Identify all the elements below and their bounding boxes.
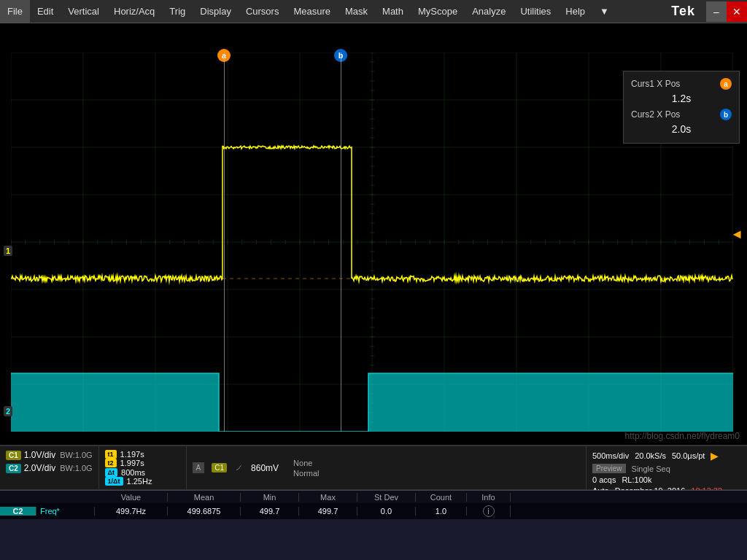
meas-info: i <box>467 505 511 517</box>
trigger-voltage: 860mV <box>251 463 279 473</box>
ch2-volts: 2.0V/div <box>24 463 55 473</box>
t2-value: 1.997s <box>120 459 144 467</box>
single-seq: Single Seq <box>632 464 670 473</box>
curs1-value: 1.2s <box>631 93 732 104</box>
th-info: Info <box>467 493 511 502</box>
meas-ch: C2 <box>0 507 36 516</box>
ch2-tag: C2 <box>6 464 21 473</box>
meas-ch-label: C2 <box>12 507 23 516</box>
menu-mask[interactable]: Mask <box>338 0 375 23</box>
sample-arrow: ▶ <box>711 450 719 462</box>
ch2-marker: 2 <box>4 406 12 416</box>
status-bar: C1 1.0V/div BW:1.0G C2 2.0V/div BW:1.0G … <box>0 446 747 519</box>
menu-trig[interactable]: Trig <box>162 0 193 23</box>
delta-value: 800ms <box>121 468 145 477</box>
th-max: Max <box>299 493 357 502</box>
t1-badge: t1 <box>105 450 117 459</box>
sample-rate: 20.0kS/s <box>635 451 666 460</box>
inv-value: 1.25Hz <box>127 477 152 486</box>
menu-display[interactable]: Display <box>193 0 239 23</box>
delta-badge: Δt <box>105 468 117 477</box>
watermark: http://blog.csdn.net/flydream0 <box>625 431 740 441</box>
cursor-info-panel: Curs1 X Pos a 1.2s Curs2 X Pos b 2.0s <box>623 71 740 144</box>
trigger-arrow: ◄ <box>730 227 743 242</box>
trigger-ch-badge: C1 <box>212 463 227 472</box>
curs1-label: Curs1 X Pos <box>631 79 680 89</box>
menu-analyze[interactable]: Analyze <box>465 0 513 23</box>
meas-min: 499.7 <box>241 507 299 516</box>
inv-badge: 1/Δt <box>105 477 123 486</box>
acqs-count: 0 acqs <box>592 475 616 484</box>
menu-file[interactable]: File <box>0 0 30 23</box>
menu-myscope[interactable]: MyScope <box>411 0 465 23</box>
meas-name: Freq* <box>36 507 95 516</box>
trigger-slope-icon: ⟋ <box>234 462 244 473</box>
curs2-value: 2.0s <box>631 123 732 135</box>
coupling-normal: Normal <box>293 469 319 478</box>
th-value: Value <box>95 493 168 502</box>
rl-value: RL:100k <box>622 475 651 484</box>
meas-count: 1.0 <box>416 507 467 516</box>
info-row: C1 1.0V/div BW:1.0G C2 2.0V/div BW:1.0G … <box>0 446 747 490</box>
t1-value: 1.197s <box>120 450 144 459</box>
cursor-a-badge: a <box>720 78 732 90</box>
menu-cursors[interactable]: Cursors <box>239 0 287 23</box>
measurements-header: Value Mean Min Max St Dev Count Info <box>0 490 747 503</box>
ch1-info: C1 1.0V/div BW:1.0G C2 2.0V/div BW:1.0G <box>0 446 99 489</box>
scope-settings: 500ms/div 20.0kS/s 50.0μs/pt ▶ Preview S… <box>587 446 747 489</box>
ch1-marker: 1 <box>4 246 12 256</box>
meas-stdev: 0.0 <box>357 507 416 516</box>
th-min: Min <box>241 493 299 502</box>
th-stdev: St Dev <box>357 493 416 502</box>
menu-utilities[interactable]: Utilities <box>513 0 558 23</box>
cursor-b-badge: b <box>720 109 732 120</box>
time-div: 500ms/div <box>592 451 629 460</box>
menu-measure[interactable]: Measure <box>286 0 338 23</box>
minimize-button[interactable]: – <box>706 1 727 22</box>
trigger-info: A C1 ⟋ 860mV None Normal <box>187 446 587 489</box>
sample-pt: 50.0μs/pt <box>672 451 705 460</box>
menu-horizacq[interactable]: Horiz/Acq <box>107 0 162 23</box>
th-count: Count <box>416 493 467 502</box>
meas-mean: 499.6875 <box>168 507 241 516</box>
menu-math[interactable]: Math <box>375 0 411 23</box>
menubar: File Edit Vertical Horiz/Acq Trig Displa… <box>0 0 747 23</box>
scope-display: a b Curs1 X Pos a 1.2s Curs2 X Pos b 2.0… <box>0 23 747 446</box>
coupling-none: None <box>293 459 319 467</box>
menu-help[interactable]: Help <box>558 0 592 23</box>
ch1-volts: 1.0V/div <box>24 450 55 460</box>
info-icon[interactable]: i <box>483 505 495 517</box>
curs2-label: Curs2 X Pos <box>631 109 680 120</box>
menu-vertical[interactable]: Vertical <box>61 0 107 23</box>
tek-logo: Tek <box>660 4 706 19</box>
close-button[interactable]: ✕ <box>727 1 747 22</box>
meas-value: 499.7Hz <box>95 507 168 516</box>
menu-edit[interactable]: Edit <box>30 0 61 23</box>
cursor-b-line <box>341 52 341 432</box>
menu-dropdown[interactable]: ▼ <box>592 0 616 23</box>
t2-badge: t2 <box>105 459 117 467</box>
measurements-data: C2 Freq* 499.7Hz 499.6875 499.7 499.7 0.… <box>0 503 747 519</box>
acq-mode-badge: A <box>193 462 205 473</box>
cursor-a-line <box>224 52 225 432</box>
ch2-bw: BW:1.0G <box>60 464 92 472</box>
ch1-bw: BW:1.0G <box>60 451 92 459</box>
th-mean: Mean <box>168 493 241 502</box>
meas-max: 499.7 <box>299 507 357 516</box>
timing-info: t1 1.197s t2 1.997s Δt 800ms 1/Δt 1.25Hz <box>99 446 187 489</box>
preview-badge: Preview <box>592 464 626 473</box>
ch1-tag: C1 <box>6 451 21 460</box>
